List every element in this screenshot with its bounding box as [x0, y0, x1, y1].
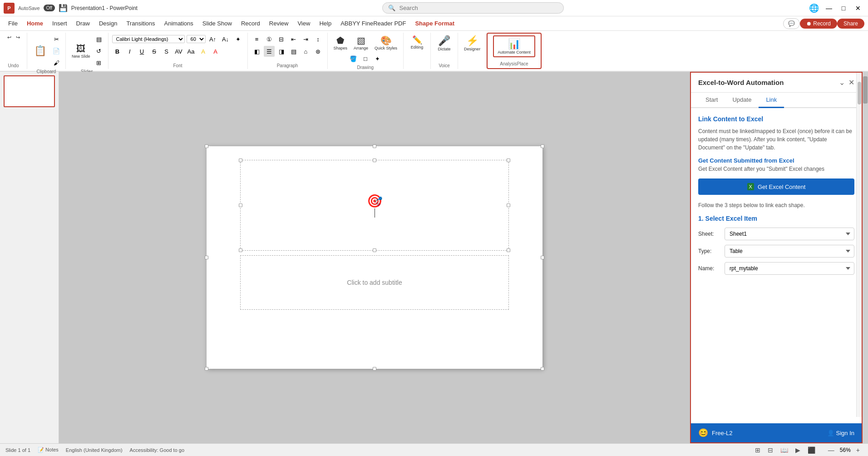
underline-button[interactable]: U — [137, 46, 148, 57]
slide-title-area[interactable]: 🎯 — [240, 160, 509, 251]
copy-button[interactable]: 📄 — [51, 45, 62, 56]
autosave-toggle[interactable]: Off — [44, 5, 55, 11]
shape-effects-button[interactable]: ✦ — [372, 53, 383, 64]
panel-collapse-button[interactable]: ⌄ — [839, 78, 845, 87]
tab-link[interactable]: Link — [759, 93, 784, 108]
line-spacing-button[interactable]: ↕ — [313, 34, 324, 45]
handle-mid-left[interactable] — [239, 203, 242, 207]
maximize-button[interactable]: □ — [837, 2, 850, 15]
spacing-button[interactable]: AV — [173, 46, 184, 57]
sub-handle-top-left[interactable] — [205, 144, 208, 148]
text-direction-button[interactable]: ⌂ — [301, 46, 311, 57]
sub-handle-mid-right[interactable] — [541, 256, 544, 259]
shape-fill-button[interactable]: 🪣 — [348, 53, 359, 64]
paste-button[interactable]: 📋 — [31, 44, 49, 58]
slide-scroll-thumb[interactable] — [863, 76, 868, 104]
bold-button[interactable]: B — [112, 46, 123, 57]
zoom-out-button[interactable]: — — [825, 446, 837, 455]
automate-content-button[interactable]: 📊 Automate Content — [493, 35, 535, 57]
normal-view-button[interactable]: ⊞ — [752, 446, 763, 455]
section-button[interactable]: ⊞ — [94, 57, 104, 68]
handle-mid-right[interactable] — [507, 203, 510, 207]
align-right-button[interactable]: ◨ — [276, 46, 287, 57]
menu-insert[interactable]: Insert — [48, 18, 72, 29]
shadow-button[interactable]: S — [161, 46, 172, 57]
handle-bot-left[interactable] — [239, 248, 242, 252]
panel-scrollbar[interactable] — [856, 73, 862, 417]
share-button[interactable]: Share — [837, 19, 864, 29]
tab-start[interactable]: Start — [698, 93, 725, 108]
bullets-button[interactable]: ≡ — [252, 34, 262, 45]
sub-handle-mid-left[interactable] — [205, 256, 208, 259]
menu-view[interactable]: View — [293, 18, 315, 29]
handle-bot-right[interactable] — [507, 248, 510, 252]
quick-styles-button[interactable]: 🎨 Quick Styles — [372, 34, 399, 52]
save-icon[interactable]: 💾 — [59, 4, 68, 12]
tab-update[interactable]: Update — [725, 93, 759, 108]
slide-show-button[interactable]: ⬛ — [805, 446, 818, 455]
sheet-selector[interactable]: Sheet1 — [725, 228, 854, 240]
slide-thumbnail[interactable] — [4, 75, 55, 107]
highlight-button[interactable]: A — [198, 46, 209, 57]
sub-handle-bot-center[interactable] — [373, 367, 376, 371]
menu-record[interactable]: Record — [237, 18, 265, 29]
menu-draw[interactable]: Draw — [72, 18, 94, 29]
menu-file[interactable]: File — [4, 18, 22, 29]
italic-button[interactable]: I — [124, 46, 135, 57]
name-selector[interactable]: rpt_mytable — [725, 262, 854, 275]
sign-in-button[interactable]: 👤 Sign In — [827, 430, 854, 436]
decrease-font-button[interactable]: A↓ — [220, 34, 231, 45]
sub-handle-top-right[interactable] — [541, 144, 544, 148]
handle-bot-center[interactable] — [373, 248, 376, 252]
handle-top-left[interactable] — [239, 159, 242, 162]
font-color-button[interactable]: A — [210, 46, 221, 57]
menu-transitions[interactable]: Transitions — [122, 18, 159, 29]
menu-home[interactable]: Home — [22, 18, 48, 29]
increase-font-button[interactable]: A↑ — [207, 34, 218, 45]
menu-animations[interactable]: Animations — [160, 18, 198, 29]
get-excel-content-button[interactable]: X Get Excel Content — [698, 178, 854, 195]
slide-scrollbar[interactable] — [863, 72, 868, 443]
menu-shape-format[interactable]: Shape Format — [410, 18, 459, 29]
shapes-button[interactable]: ⬟ Shapes — [331, 34, 350, 52]
globe-icon[interactable]: 🌐 — [809, 3, 819, 13]
clear-format-button[interactable]: ✦ — [233, 34, 244, 45]
reading-view-button[interactable]: 📖 — [778, 446, 791, 455]
cut-button[interactable]: ✂ — [51, 34, 62, 45]
justify-button[interactable]: ▤ — [288, 46, 299, 57]
notes-button[interactable]: 📝 Notes — [38, 447, 59, 453]
comments-button[interactable]: 💬 — [783, 18, 800, 29]
record-button[interactable]: ⏺ Record — [800, 19, 837, 29]
menu-design[interactable]: Design — [94, 18, 122, 29]
align-left-button[interactable]: ◧ — [252, 46, 262, 57]
format-painter-button[interactable]: 🖌 — [51, 57, 62, 68]
type-selector[interactable]: Table — [725, 245, 854, 258]
sub-handle-bot-right[interactable] — [541, 367, 544, 371]
menu-review[interactable]: Review — [265, 18, 293, 29]
slide-canvas[interactable]: 🎯 Click to add subtitle — [207, 146, 542, 369]
font-name-selector[interactable]: Calibri Light (Headings) — [112, 35, 185, 43]
smart-art-button[interactable]: ⊛ — [313, 46, 324, 57]
redo-button[interactable]: ↪ — [14, 34, 22, 41]
new-slide-button[interactable]: 🖼 New Slide — [69, 42, 93, 60]
minimize-button[interactable]: — — [823, 2, 835, 15]
strikethrough-button[interactable]: S — [149, 46, 160, 57]
column-button[interactable]: ⊟ — [276, 34, 287, 45]
indent-left-button[interactable]: ⇤ — [288, 34, 299, 45]
handle-top-center[interactable] — [373, 159, 376, 162]
reset-button[interactable]: ↺ — [94, 45, 104, 56]
undo-button[interactable]: ↩ — [5, 34, 13, 41]
search-bar[interactable]: 🔍 — [382, 2, 564, 14]
zoom-in-button[interactable]: + — [853, 446, 863, 455]
sub-handle-top-center[interactable] — [373, 144, 376, 148]
menu-slideshow[interactable]: Slide Show — [198, 18, 237, 29]
search-input[interactable] — [399, 5, 558, 11]
shape-outline-button[interactable]: □ — [360, 53, 371, 64]
case-button[interactable]: Aa — [186, 46, 197, 57]
indent-right-button[interactable]: ⇥ — [301, 34, 311, 45]
font-size-selector[interactable]: 60 — [187, 35, 206, 43]
editing-button[interactable]: ✏️ Editing — [408, 34, 426, 51]
close-button[interactable]: ✕ — [852, 2, 864, 15]
panel-scroll-thumb[interactable] — [858, 82, 861, 104]
slide-subtitle-area[interactable]: Click to add subtitle — [240, 255, 509, 310]
